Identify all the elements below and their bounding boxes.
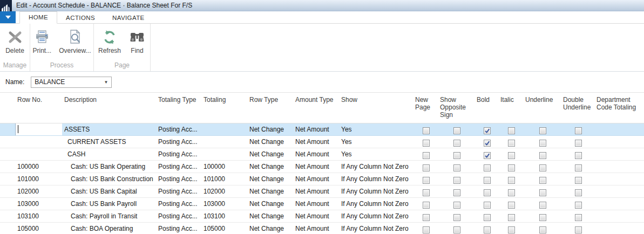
cell-totaling-type[interactable]: Posting Acc... xyxy=(156,123,201,135)
italic-checkbox[interactable] xyxy=(508,164,515,171)
cell-amount-type[interactable]: Net Amount xyxy=(293,161,339,173)
cell-description[interactable]: Cash: Payroll in Transit xyxy=(62,210,156,222)
cell-description[interactable]: CURRENT ASSETS xyxy=(62,136,156,148)
cell-department-code-totaling[interactable] xyxy=(594,148,644,160)
cell-row-type[interactable]: Net Change xyxy=(247,185,293,197)
bold-checkbox[interactable] xyxy=(484,226,491,233)
underline-checkbox[interactable] xyxy=(539,164,546,171)
show-opposite-sign-checkbox[interactable] xyxy=(453,140,460,147)
italic-checkbox[interactable] xyxy=(508,226,515,233)
show-opposite-sign-checkbox[interactable] xyxy=(453,202,460,209)
cell-row-no[interactable]: 105000 xyxy=(15,223,62,234)
cell-row-type[interactable]: Net Change xyxy=(247,123,293,135)
column-header-show[interactable]: Show xyxy=(339,93,413,123)
bold-checkbox[interactable] xyxy=(484,214,491,221)
cell-row-type[interactable]: Net Change xyxy=(247,161,293,173)
new-page-checkbox[interactable] xyxy=(423,127,430,134)
column-header-new-page[interactable]: New Page xyxy=(413,93,438,123)
cell-amount-type[interactable]: Net Amount xyxy=(293,148,339,160)
new-page-checkbox[interactable] xyxy=(423,202,430,209)
italic-checkbox[interactable] xyxy=(508,214,515,221)
cell-show[interactable]: Yes xyxy=(339,136,413,148)
cell-department-code-totaling[interactable] xyxy=(594,136,644,148)
double-underline-checkbox[interactable] xyxy=(575,164,582,171)
cell-totaling-type[interactable]: Posting Acc... xyxy=(156,173,201,185)
column-header-underline[interactable]: Underline xyxy=(523,93,561,123)
overview-button[interactable]: Overview... xyxy=(55,26,94,56)
row-selector-gutter[interactable] xyxy=(0,210,15,222)
column-header-totaling-type[interactable]: Totaling Type xyxy=(156,93,201,123)
row-selector-gutter[interactable] xyxy=(0,148,15,160)
bold-checkbox[interactable] xyxy=(484,164,491,171)
bold-checkbox[interactable] xyxy=(484,127,491,134)
cell-show[interactable]: Yes xyxy=(339,123,413,135)
new-page-checkbox[interactable] xyxy=(423,177,430,184)
cell-row-type[interactable]: Net Change xyxy=(247,136,293,148)
underline-checkbox[interactable] xyxy=(539,140,546,147)
cell-amount-type[interactable]: Net Amount xyxy=(293,173,339,185)
table-row[interactable]: CASHPosting Acc...Net ChangeNet AmountYe… xyxy=(0,148,644,161)
row-selector-gutter[interactable] xyxy=(0,136,15,148)
double-underline-checkbox[interactable] xyxy=(575,226,582,233)
find-button[interactable]: Find xyxy=(125,26,150,56)
show-opposite-sign-checkbox[interactable] xyxy=(453,214,460,221)
italic-checkbox[interactable] xyxy=(508,152,515,159)
new-page-checkbox[interactable] xyxy=(423,152,430,159)
bold-checkbox[interactable] xyxy=(484,189,491,196)
cell-department-code-totaling[interactable] xyxy=(594,123,644,135)
cell-department-code-totaling[interactable] xyxy=(594,210,644,222)
column-header-amount-type[interactable]: Amount Type xyxy=(293,93,339,123)
cell-row-type[interactable]: Net Change xyxy=(247,148,293,160)
cell-amount-type[interactable]: Net Amount xyxy=(293,210,339,222)
cell-totaling[interactable]: 105000 xyxy=(201,223,247,234)
bold-checkbox[interactable] xyxy=(484,140,491,147)
column-header-department-code-totaling[interactable]: Department Code Totaling xyxy=(594,93,644,123)
tab-actions[interactable]: ACTIONS xyxy=(57,12,104,24)
show-opposite-sign-checkbox[interactable] xyxy=(453,177,460,184)
cell-description[interactable]: ASSETS xyxy=(62,123,156,135)
cell-show[interactable]: If Any Column Not Zero xyxy=(339,161,413,173)
table-row[interactable]: 105000Cash: BOA OperatingPosting Acc...1… xyxy=(0,223,644,234)
italic-checkbox[interactable] xyxy=(508,189,515,196)
cell-row-no[interactable]: 103000 xyxy=(15,198,62,210)
double-underline-checkbox[interactable] xyxy=(575,202,582,209)
show-opposite-sign-checkbox[interactable] xyxy=(453,189,460,196)
cell-totaling[interactable] xyxy=(201,136,247,148)
cell-department-code-totaling[interactable] xyxy=(594,161,644,173)
cell-description[interactable]: Cash: BOA Operating xyxy=(62,223,156,234)
application-menu-button[interactable] xyxy=(0,11,16,23)
column-header-double-underline[interactable]: Double Underline xyxy=(561,93,594,123)
cell-row-type[interactable]: Net Change xyxy=(247,173,293,185)
new-page-checkbox[interactable] xyxy=(423,140,430,147)
italic-checkbox[interactable] xyxy=(508,202,515,209)
new-page-checkbox[interactable] xyxy=(423,164,430,171)
cell-totaling[interactable] xyxy=(201,123,247,135)
table-row[interactable]: CURRENT ASSETSPosting Acc...Net ChangeNe… xyxy=(0,136,644,148)
cell-description[interactable]: Cash: US Bank Construction xyxy=(62,173,156,185)
table-row[interactable]: 103000Cash: US Bank PayrollPosting Acc..… xyxy=(0,198,644,210)
cell-totaling-type[interactable]: Posting Acc... xyxy=(156,148,201,160)
show-opposite-sign-checkbox[interactable] xyxy=(453,226,460,233)
table-row[interactable]: ASSETSPosting Acc...Net ChangeNet Amount… xyxy=(0,123,644,136)
refresh-button[interactable]: Refresh xyxy=(94,26,125,56)
cell-row-type[interactable]: Net Change xyxy=(247,223,293,234)
cell-show[interactable]: If Any Column Not Zero xyxy=(339,173,413,185)
combobox-dropdown-icon[interactable]: ▼ xyxy=(104,80,108,85)
cell-row-no[interactable] xyxy=(15,148,62,160)
cell-description[interactable]: Cash: US Bank Operating xyxy=(62,161,156,173)
cell-show[interactable]: If Any Column Not Zero xyxy=(339,198,413,210)
column-header-bold[interactable]: Bold xyxy=(474,93,498,123)
cell-description[interactable]: CASH xyxy=(62,148,156,160)
underline-checkbox[interactable] xyxy=(539,226,546,233)
cell-totaling[interactable]: 103000 xyxy=(201,198,247,210)
column-header-row-no[interactable]: Row No. xyxy=(15,93,62,123)
new-page-checkbox[interactable] xyxy=(423,226,430,233)
cell-amount-type[interactable]: Net Amount xyxy=(293,123,339,135)
italic-checkbox[interactable] xyxy=(508,127,515,134)
column-header-show-opposite-sign[interactable]: Show Opposite Sign xyxy=(438,93,474,123)
show-opposite-sign-checkbox[interactable] xyxy=(453,127,460,134)
row-selector-gutter[interactable] xyxy=(0,173,15,185)
table-row[interactable]: 102000Cash: US Bank CapitalPosting Acc..… xyxy=(0,185,644,198)
cell-totaling[interactable]: 103100 xyxy=(201,210,247,222)
cell-show[interactable]: Yes xyxy=(339,148,413,160)
